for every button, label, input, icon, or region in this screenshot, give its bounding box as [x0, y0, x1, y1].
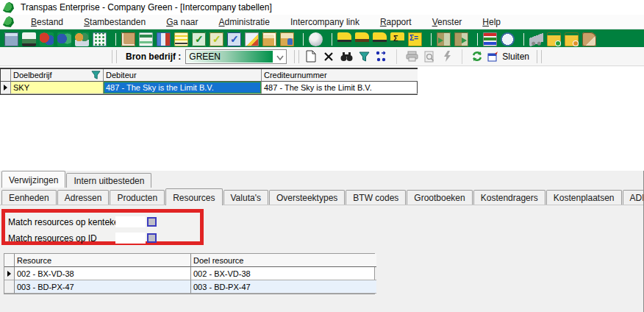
grid-header-row: ResourceDoel resource [4, 254, 374, 267]
print-button[interactable] [403, 49, 421, 65]
column-header-crediteurnummer[interactable]: Crediteurnummer [262, 69, 418, 82]
menu-item-administratie[interactable]: Administratie [212, 15, 276, 29]
tab-valuta-s[interactable]: Valuta's [223, 190, 268, 205]
row-selector-header [1, 69, 11, 82]
refresh-button[interactable] [468, 49, 486, 65]
menu-item-rapport[interactable]: Rapport [373, 15, 418, 29]
cell[interactable]: 002 - BX-VD-38 [191, 267, 376, 280]
close-window-icon [487, 52, 498, 62]
tab-adr-klasses[interactable]: ADR klasses [623, 190, 644, 205]
clock-icon[interactable] [501, 32, 515, 46]
mdi-child-icon[interactable] [3, 16, 14, 27]
menu-item-help[interactable]: Help [476, 15, 507, 29]
truck-sigma-icon[interactable] [390, 32, 404, 46]
table-row[interactable]: 002 - BX-VD-38002 - BX-VD-38 [4, 267, 374, 280]
column-header-doelbedrijf[interactable]: Doelbedrijf [11, 69, 104, 82]
menu-item-ga-naar[interactable]: Ga naar [160, 15, 204, 29]
users-blue-icon[interactable] [57, 32, 71, 46]
energy-icon[interactable] [245, 32, 259, 46]
truck-y3-icon[interactable] [373, 32, 387, 46]
tab-resources[interactable]: Resources [165, 188, 222, 205]
new-record-button[interactable] [302, 49, 320, 65]
link-records-button[interactable] [373, 49, 390, 65]
column-header-doel-resource[interactable]: Doel resource [191, 254, 376, 267]
match-kenteken-field[interactable] [115, 216, 146, 227]
tab-grootboeken[interactable]: Grootboeken [407, 190, 472, 205]
tab-intern-uitbesteden[interactable]: Intern uitbesteden [66, 173, 151, 188]
row-selector[interactable] [1, 82, 11, 94]
coins-add-icon[interactable] [547, 32, 561, 46]
cell[interactable]: 487 - The Sky is the Limit B.V. [262, 82, 418, 94]
cell[interactable]: 003 - BD-PX-47 [15, 280, 191, 294]
tab-kostenplaatsen[interactable]: Kostenplaatsen [546, 190, 622, 205]
row-selector[interactable] [4, 280, 15, 294]
match-id-field[interactable] [115, 233, 146, 244]
tab-adressen[interactable]: Adressen [57, 190, 110, 205]
print-preview-button[interactable] [421, 49, 438, 65]
cell[interactable]: 487 - The Sky is the Limit B.V. [104, 82, 262, 94]
tab-verwijzingen[interactable]: Verwijzingen [1, 171, 65, 188]
menu-item-intercompany-link[interactable]: Intercompany link [284, 15, 366, 29]
door-in-icon[interactable] [437, 32, 451, 46]
toolbar-gripper[interactable] [112, 50, 117, 63]
cart-gray-icon[interactable] [529, 32, 543, 46]
sluiten-button[interactable]: Sluiten [486, 50, 534, 63]
quick-report-button[interactable] [438, 49, 456, 65]
printer-icon [406, 51, 418, 62]
clipboard-icon[interactable] [121, 32, 135, 46]
coins-remove-icon[interactable] [565, 32, 579, 46]
tab-producten[interactable]: Producten [110, 190, 165, 205]
memo-icon[interactable] [174, 32, 188, 46]
column-header-resource[interactable]: Resource [15, 254, 191, 267]
toolbar-gripper[interactable] [537, 50, 542, 63]
check-yellow-icon[interactable] [210, 32, 223, 46]
door-out-icon[interactable] [454, 32, 468, 46]
menu-item-bestand[interactable]: Bestand [24, 15, 70, 29]
legend-list-icon[interactable] [483, 32, 497, 46]
cell[interactable]: 003 - BD-PX-47 [191, 280, 376, 294]
row-selector[interactable] [4, 267, 15, 280]
check-blue-icon[interactable] [227, 32, 241, 46]
current-row-marker-icon [7, 271, 11, 277]
folder-person-icon[interactable] [280, 32, 294, 46]
menu-item-venster[interactable]: Venster [426, 15, 469, 29]
ball-gray-icon[interactable] [309, 32, 323, 46]
bron-bedrijf-combobox[interactable]: GREEN [185, 49, 287, 64]
check-green-icon[interactable] [192, 32, 206, 46]
tab-oversteektypes[interactable]: Oversteektypes [269, 190, 345, 205]
cell[interactable]: 002 - BX-VD-38 [15, 267, 191, 280]
binoculars-icon [340, 52, 353, 62]
wallet-icon[interactable] [582, 32, 596, 46]
sigma-total-icon[interactable] [408, 32, 422, 46]
company-building-icon[interactable] [4, 32, 18, 46]
tab-btw-codes[interactable]: BTW codes [346, 190, 406, 205]
delete-record-button[interactable] [320, 49, 337, 65]
users-red-icon[interactable] [40, 32, 54, 46]
planning-grid-icon[interactable] [93, 32, 107, 46]
table-row[interactable]: SKY487 - The Sky is the Limit B.V.487 - … [1, 82, 417, 94]
truck-y2-icon[interactable] [355, 32, 369, 46]
truck-icon[interactable] [22, 32, 36, 46]
menu-item-stambestanden[interactable]: Stambestanden [77, 15, 152, 29]
match-id-checkbox[interactable] [147, 233, 157, 243]
tab-kostendragers[interactable]: Kostendragers [473, 190, 545, 205]
match-kenteken-checkbox[interactable] [147, 217, 157, 227]
chevron-down-icon[interactable] [276, 54, 284, 61]
filter-funnel-icon[interactable] [91, 71, 101, 79]
rate-grid-icon[interactable] [157, 32, 171, 46]
toolbar-gripper[interactable] [294, 50, 299, 63]
table-row[interactable]: 003 - BD-PX-47003 - BD-PX-47 [4, 280, 374, 294]
truck-y1-icon[interactable] [337, 32, 351, 46]
column-header-debiteur[interactable]: Debiteur [104, 69, 262, 82]
toolbar-separator [477, 33, 478, 46]
tab-eenheden[interactable]: Eenheden [1, 190, 57, 205]
toolbar-separator [332, 33, 332, 46]
team-laptop-icon[interactable] [75, 32, 89, 46]
cell[interactable]: SKY [11, 82, 104, 94]
form-toolbar: Bron bedrijf : GREEN Sluiten [0, 47, 644, 66]
folder-docs-icon[interactable] [262, 32, 276, 46]
new-document-icon [306, 50, 316, 63]
workflow-icon[interactable] [139, 32, 153, 46]
filter-button[interactable] [355, 49, 373, 65]
find-button[interactable] [337, 49, 355, 65]
